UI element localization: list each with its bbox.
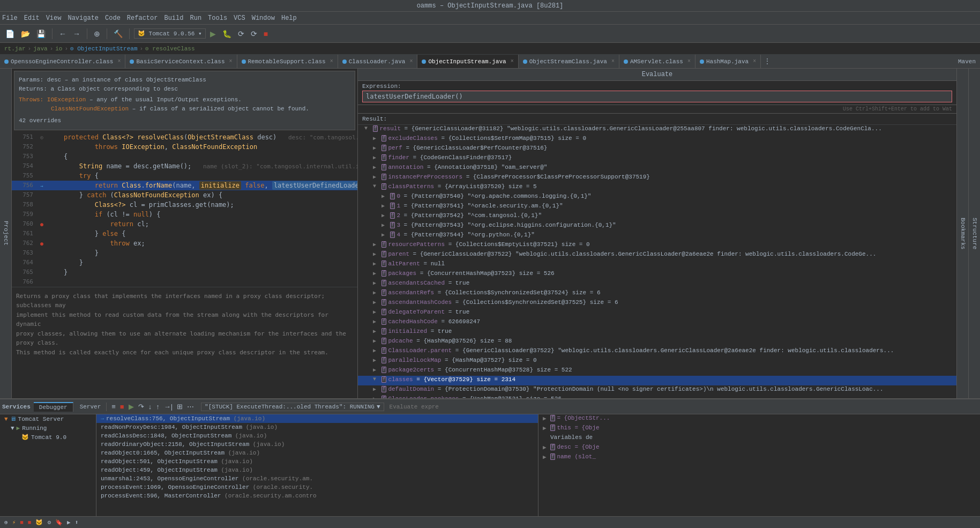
tree-item-9[interactable]: ▶f2 = {Pattern@37542} "^com.tangosol.{0,… [358,212,956,221]
frame-readclassdesc[interactable]: readClassDesc:1848, ObjectInputStream (j… [96,432,538,440]
status-up-icon[interactable]: ⬆ [75,519,79,526]
breadcrumb-io[interactable]: io [55,46,62,52]
tree-item-26[interactable]: ▼fclasses = {Vector@37529} size = 2314 [358,376,956,385]
status-gear-icon[interactable]: ⚙ [47,519,51,526]
tree-arrow-20[interactable]: ▶ [373,318,380,325]
tree-item-14[interactable]: ▶faltParent = null [358,260,956,270]
bookmarks-sidebar[interactable]: Bookmarks [956,69,968,398]
tab-close-objectstreamclass[interactable]: × [611,58,615,64]
tree-arrow-21[interactable]: ▶ [373,328,380,334]
tab-opensso[interactable]: OpenssoEngineController.class × [0,55,125,69]
tree-arrow-17[interactable]: ▶ [373,289,380,296]
tree-item-4[interactable]: ▶fannotation = {Annotation@37518} "oam_s… [358,163,956,173]
menu-edit[interactable]: Edit [24,14,40,22]
menu-window[interactable]: Window [252,14,275,22]
thread-filter-icon[interactable]: ▼ [377,404,380,410]
tree-arrow-19[interactable]: ▶ [373,309,380,315]
menu-run[interactable]: Run [190,14,201,22]
tree-item-22[interactable]: ▶fpdcache = {HashMap@37526} size = 88 [358,337,956,347]
profile-btn[interactable]: ⟳ [249,28,259,39]
stop-btn[interactable]: ■ [261,28,270,39]
tree-item-24[interactable]: ▶fparallelLockMap = {HashMap@37527} size… [358,356,956,366]
tree-arrow-28[interactable]: ▶ [373,396,380,398]
tree-item-12[interactable]: ▶fresourcePatterns = {Collections$EmptyL… [358,241,956,250]
breadcrumb-rt[interactable]: rt.jar [4,46,26,52]
bt-step-into-btn[interactable]: ↓ [147,402,154,411]
var-name[interactable]: ▶ f name (slot_ [538,453,980,463]
tab-close-classloader[interactable]: × [409,58,413,64]
tree-arrow-16[interactable]: ▶ [373,280,380,286]
tree-item-21[interactable]: ▶finitialized = true [358,328,956,337]
open-btn[interactable]: 📂 [19,28,32,39]
debug-btn[interactable]: 🐛 [220,28,234,39]
breadcrumb-java[interactable]: java [33,46,47,52]
frame-readobject501[interactable]: readObject:501, ObjectInputStream (java.… [96,457,538,466]
menu-view[interactable]: View [46,14,62,22]
tree-item-0[interactable]: ▼fresult = {GenericClassLoader@31182} "w… [358,125,956,135]
tree-arrow-15[interactable]: ▶ [373,270,380,277]
tree-item-3[interactable]: ▶ffinder = {CodeGenClassFinder@37517} [358,154,956,163]
menu-tools[interactable]: Tools [208,14,227,22]
menu-navigate[interactable]: Navigate [68,14,99,22]
project-sidebar[interactable]: Project [0,69,12,398]
bt-eval-expr-btn[interactable]: ⊞ [175,402,184,411]
tree-item-11[interactable]: ▶f4 = {Pattern@37544} "^org.python.{0,1}… [358,231,956,241]
tab-close-amservlet[interactable]: × [687,58,691,64]
running-item[interactable]: ▼ ▶ Running [0,423,96,433]
tree-item-10[interactable]: ▶f3 = {Pattern@37543} "^org.eclipse.higg… [358,221,956,231]
tab-objectstreamclass[interactable]: ObjectStreamClass.java × [519,55,619,69]
tree-arrow-7[interactable]: ▶ [381,193,389,199]
tree-item-27[interactable]: ▶fdefaultDomain = {ProtectionDomain@3753… [358,385,956,395]
bt-run-cursor-btn[interactable]: →| [162,402,174,411]
tab-remotable[interactable]: RemotableSupport.class × [237,55,338,69]
tree-arrow-24[interactable]: ▶ [373,357,380,363]
tree-arrow-0[interactable]: ▼ [364,125,372,131]
tab-server[interactable]: Server [74,403,107,411]
var-this[interactable]: ▶ f this = {Obje [538,424,980,434]
tree-item-7[interactable]: ▶f0 = {Pattern@37540} "^org.apache.commo… [358,192,956,202]
tree-arrow-4[interactable]: ▶ [373,164,380,170]
frame-processevent596[interactable]: processEvent:596, MasterController (orac… [96,492,538,500]
tree-arrow-8[interactable]: ▶ [381,203,389,209]
tree-item-2[interactable]: ▶fperf = {GenericClassLoader$PerfCounter… [358,144,956,154]
tab-close-basicservice[interactable]: × [229,58,232,64]
frame-readordinaryobj[interactable]: readOrdinaryObject:2158, ObjectInputStre… [96,440,538,449]
bt-frames-btn[interactable]: ⋯ [185,402,196,411]
tree-arrow-11[interactable]: ▶ [381,232,389,238]
var-variables[interactable]: Variables de [538,434,980,443]
tree-arrow-3[interactable]: ▶ [373,154,380,161]
tab-close-opensso[interactable]: × [117,58,121,64]
breadcrumb-class[interactable]: ⊙ ObjectInputStream [70,45,137,52]
run-coverage-btn[interactable]: ⟳ [236,28,246,39]
sync-btn[interactable]: ⊕ [92,28,102,39]
frame-readobject0[interactable]: readObject0:1665, ObjectInputStream (jav… [96,449,538,457]
status-bookmark-icon[interactable]: 🔖 [55,519,63,526]
tomcat-item[interactable]: 🐱 Tomcat 9.0 [0,433,96,442]
new-file-btn[interactable]: 📄 [3,28,17,39]
tree-item-17[interactable]: ▶fascendantRefs = {Collections$Synchroni… [358,289,956,299]
structure-sidebar[interactable]: Structure [968,69,980,398]
status-new-btn[interactable]: ⊕ [4,519,8,526]
bt-step-over-btn[interactable]: ↷ [137,402,146,411]
bt-step-out-btn[interactable]: ↑ [154,402,161,411]
tree-arrow-13[interactable]: ▶ [373,251,380,257]
maven-btn[interactable]: Maven [954,58,980,65]
tree-item-15[interactable]: ▶fpackages = {ConcurrentHashMap@37523} s… [358,270,956,279]
save-btn[interactable]: 💾 [34,28,48,39]
frame-unmarshal[interactable]: unmarshal:2453, OpenssoEngineController … [96,474,538,483]
tree-item-16[interactable]: ▶fascendantsCached = true [358,279,956,289]
frame-readobject459[interactable]: readObject:459, ObjectInputStream (java.… [96,466,538,474]
tree-arrow-23[interactable]: ▶ [373,347,380,354]
var-desc[interactable]: ▶ f desc = {Obje [538,443,980,453]
tab-hashmap[interactable]: HashMap.java × [695,55,761,69]
var-objectstr[interactable]: ▶ f = {ObjectStr... [538,414,980,424]
tree-arrow-26[interactable]: ▼ [373,376,380,382]
tree-item-1[interactable]: ▶fexcludeClasses = {Collections$SetFromM… [358,135,956,144]
tree-arrow-18[interactable]: ▶ [373,299,380,306]
tomcat-server-item[interactable]: ▼ 🖥 Tomcat Server [0,414,96,423]
run-btn[interactable]: ▶ [208,28,218,39]
tab-debugger[interactable]: Debugger [34,402,73,412]
breadcrumb-method[interactable]: ⊙ resolveClass [145,45,194,52]
bt-resume-btn[interactable]: ▶ [127,402,136,411]
menu-code[interactable]: Code [105,14,121,22]
